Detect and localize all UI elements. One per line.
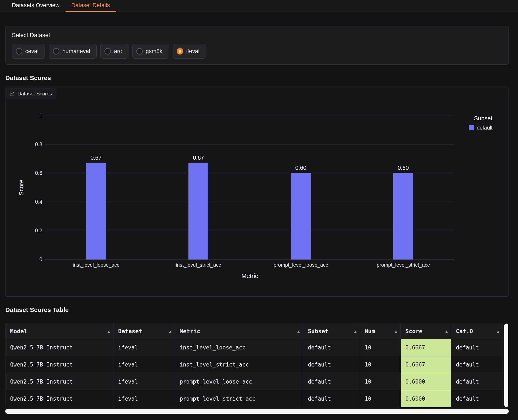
column-label: Score: [405, 328, 422, 335]
table-cell: 0.6000: [401, 373, 451, 390]
column-header-cat-0[interactable]: Cat.0▲: [451, 323, 503, 339]
sort-arrow-icon[interactable]: ▲: [395, 329, 397, 333]
select-dataset-title: Select Dataset: [12, 32, 502, 38]
radio-selected-icon: [177, 48, 183, 54]
x-tick-label: prompt_level_loose_acc: [248, 262, 354, 268]
chart-legend: Subset default: [469, 115, 509, 131]
gridline: [45, 116, 454, 116]
chart-panel: Dataset Scores Score Metric Subset defau…: [5, 87, 509, 297]
table-cell: ifeval: [113, 339, 175, 356]
table-row: Qwen2.5-7B-Instructifevalinst_level_loos…: [6, 339, 503, 356]
table-horizontal-scrollbar[interactable]: [5, 409, 509, 414]
radio-label: ifeval: [186, 48, 200, 54]
table-cell: ifeval: [113, 373, 175, 390]
radio-option-humaneval[interactable]: humaneval: [49, 44, 97, 59]
radio-label: humaneval: [62, 48, 90, 54]
table-row: Qwen2.5-7B-Instructifevalprompt_level_lo…: [6, 373, 503, 390]
table-cell: default: [451, 373, 503, 390]
bar-value-label: 0.60: [388, 165, 418, 171]
table-cell: default: [303, 390, 360, 407]
table-cell: 10: [360, 390, 401, 407]
select-dataset-panel: Select Dataset cevalhumanevalarcgsm8kife…: [5, 26, 509, 65]
x-axis-line: [45, 260, 454, 260]
table-cell: Qwen2.5-7B-Instruct: [6, 373, 113, 390]
x-tick-label: prompt_level_strict_acc: [351, 262, 456, 268]
gridline: [45, 202, 454, 202]
y-axis-title: Score: [18, 180, 25, 195]
gridline: [45, 144, 454, 145]
radio-label: ceval: [25, 48, 38, 54]
table-cell: 10: [360, 356, 401, 373]
table-row: Qwen2.5-7B-Instructifevalinst_level_stri…: [6, 356, 503, 373]
radio-unselected-icon: [104, 48, 111, 54]
column-header-metric[interactable]: Metric▲: [175, 323, 303, 339]
table-cell: Qwen2.5-7B-Instruct: [6, 390, 113, 407]
page: Datasets Overview Dataset Details Select…: [0, 0, 518, 420]
legend-swatch-default: [469, 125, 474, 130]
scores-table-wrap: Model▲Dataset▲Metric▲Subset▲Num▲Score▲Ca…: [5, 323, 509, 407]
table-cell: 0.6000: [401, 390, 451, 407]
column-header-score[interactable]: Score▲: [401, 323, 451, 339]
bar-value-label: 0.60: [286, 165, 316, 171]
table-cell: ifeval: [113, 390, 175, 407]
y-tick-label: 0.2: [28, 227, 42, 234]
bar-chart: Score Metric Subset default 00.20.40.60.…: [6, 87, 509, 296]
sort-arrow-icon[interactable]: ▲: [169, 329, 171, 333]
table-cell: 10: [360, 339, 401, 356]
radio-label: gsm8k: [146, 48, 163, 54]
column-label: Num: [365, 328, 375, 335]
radio-unselected-icon: [136, 48, 143, 54]
dataset-radio-group: cevalhumanevalarcgsm8kifeval: [12, 44, 502, 59]
tab-datasets-overview[interactable]: Datasets Overview: [6, 0, 66, 12]
column-label: Metric: [180, 328, 200, 335]
table-cell: 0.6667: [401, 339, 451, 356]
legend-entry[interactable]: default: [469, 125, 509, 131]
bar-prompt_level_strict_acc: [393, 173, 413, 260]
bar-value-label: 0.67: [81, 155, 111, 161]
sort-arrow-icon[interactable]: ▲: [297, 329, 300, 333]
sort-arrow-icon[interactable]: ▲: [445, 329, 448, 333]
sort-arrow-icon[interactable]: ▲: [108, 329, 110, 333]
x-axis-title: Metric: [242, 273, 258, 279]
radio-label: arc: [114, 48, 122, 54]
column-label: Cat.0: [456, 328, 473, 335]
column-header-dataset[interactable]: Dataset▲: [113, 323, 175, 339]
y-tick-label: 0.8: [28, 141, 42, 147]
radio-option-ifeval[interactable]: ifeval: [173, 44, 206, 59]
table-cell: default: [303, 356, 360, 373]
table-cell: inst_level_loose_acc: [175, 339, 303, 356]
sort-arrow-icon[interactable]: ▲: [354, 329, 356, 333]
table-cell: default: [451, 390, 503, 407]
radio-unselected-icon: [16, 48, 22, 54]
bar-prompt_level_loose_acc: [291, 173, 311, 260]
table-cell: prompt_level_loose_acc: [175, 373, 303, 390]
column-header-subset[interactable]: Subset▲: [303, 323, 360, 339]
column-header-model[interactable]: Model▲: [6, 323, 113, 339]
bar-inst_level_strict_acc: [188, 163, 208, 260]
table-cell: Qwen2.5-7B-Instruct: [6, 339, 113, 356]
y-tick-label: 0.4: [28, 199, 42, 205]
radio-option-gsm8k[interactable]: gsm8k: [132, 44, 169, 59]
radio-unselected-icon: [53, 48, 59, 54]
radio-option-ceval[interactable]: ceval: [12, 44, 45, 59]
radio-option-arc[interactable]: arc: [100, 44, 128, 59]
table-cell: default: [303, 373, 360, 390]
gridline: [45, 231, 454, 231]
scores-table: Model▲Dataset▲Metric▲Subset▲Num▲Score▲Ca…: [5, 323, 503, 407]
table-cell: Qwen2.5-7B-Instruct: [6, 356, 113, 373]
table-vertical-scrollbar[interactable]: [504, 323, 508, 407]
table-cell: 10: [360, 373, 401, 390]
sort-arrow-icon[interactable]: ▲: [497, 329, 499, 333]
y-tick-label: 1: [28, 112, 42, 119]
x-tick-label: inst_level_loose_acc: [43, 262, 149, 268]
y-tick-label: 0.6: [28, 170, 42, 176]
tab-dataset-details[interactable]: Dataset Details: [66, 0, 116, 12]
column-header-num[interactable]: Num▲: [360, 323, 401, 339]
column-label: Model: [10, 328, 27, 335]
table-cell: default: [451, 339, 503, 356]
dataset-scores-table-heading: Dataset Scores Table: [5, 306, 509, 313]
top-tab-bar: Datasets Overview Dataset Details: [0, 0, 518, 12]
column-label: Subset: [308, 328, 328, 335]
table-header-row: Model▲Dataset▲Metric▲Subset▲Num▲Score▲Ca…: [6, 323, 503, 339]
table-cell: default: [451, 356, 503, 373]
